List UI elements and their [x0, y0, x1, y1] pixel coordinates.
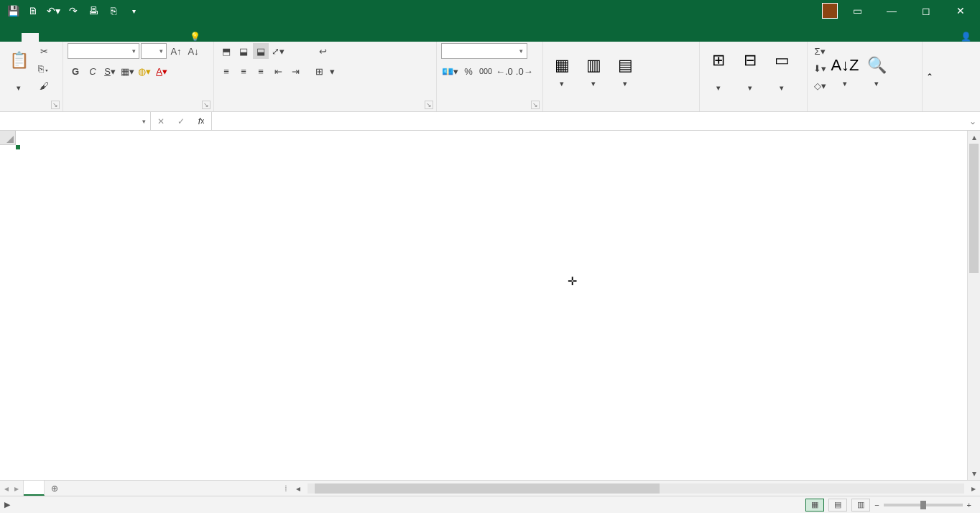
insert-cells-button[interactable]: ⊞▾ [704, 43, 733, 98]
font-size-select[interactable]: ▾ [141, 43, 167, 59]
find-select-button[interactable]: 🔍 ▾ [862, 43, 891, 98]
accounting-format-button[interactable]: 💶▾ [441, 63, 459, 79]
page-break-view-button[interactable]: ▥ [851, 499, 870, 512]
insert-function-button[interactable]: fx [191, 116, 211, 126]
print-preview-button[interactable]: 🖶 [83, 0, 103, 22]
normal-view-button[interactable]: ▦ [805, 499, 824, 512]
comma-format-button[interactable]: 000 [478, 63, 494, 79]
indent-decrease-button[interactable]: ⇤ [270, 63, 286, 79]
align-top-button[interactable]: ⬒ [218, 43, 234, 59]
align-bottom-button[interactable]: ⬓ [253, 43, 269, 59]
tab-home[interactable] [22, 33, 39, 42]
sort-filter-button[interactable]: A↓Z ▾ [831, 43, 859, 98]
sheet-nav[interactable]: ◂▸ [0, 481, 24, 496]
format-painter-button[interactable]: 🖌 [36, 78, 52, 93]
increase-font-button[interactable]: A↑ [168, 43, 184, 59]
tab-file[interactable] [1, 33, 22, 42]
bold-button[interactable]: G [68, 63, 83, 79]
enter-formula-button[interactable]: ✓ [171, 116, 191, 126]
ribbon-display-button[interactable]: ▭ [842, 0, 872, 22]
conditional-format-button[interactable]: ▦ ▾ [547, 43, 576, 98]
table-format-icon: ▥ [582, 54, 605, 77]
zoom-slider[interactable] [884, 504, 963, 506]
minimize-button[interactable]: — [877, 0, 907, 22]
decrease-font-button[interactable]: A↓ [185, 43, 201, 59]
tab-dati[interactable] [91, 33, 108, 42]
maximize-button[interactable]: ◻ [911, 0, 941, 22]
borders-button[interactable]: ▦▾ [119, 63, 135, 79]
percent-format-button[interactable]: % [461, 63, 476, 79]
fill-button[interactable]: ⬇▾ [812, 60, 828, 76]
name-box-dropdown[interactable]: ▾ [142, 118, 146, 125]
collapse-ribbon-button[interactable]: ⌃ [923, 42, 937, 111]
select-all-button[interactable] [0, 131, 16, 145]
macro-record-icon[interactable]: ▶ [4, 500, 10, 509]
hscroll-thumb[interactable] [315, 483, 660, 494]
number-format-select[interactable]: ▾ [441, 43, 527, 59]
share-button[interactable]: 👤 [961, 32, 971, 42]
tab-layout[interactable] [56, 33, 73, 42]
italic-button[interactable]: C [85, 63, 101, 79]
format-as-table-button[interactable]: ▥ ▾ [579, 43, 608, 98]
scroll-down-button[interactable]: ▾ [968, 467, 980, 480]
numeri-launcher[interactable]: ↘ [531, 101, 540, 109]
tab-inserisci[interactable] [39, 33, 56, 42]
tell-me-search[interactable]: 💡 [190, 32, 205, 42]
wrap-text-button[interactable]: ↩ [310, 43, 340, 59]
format-cells-button[interactable]: ▭▾ [767, 43, 796, 98]
expand-formula-bar-button[interactable]: ⌄ [966, 112, 980, 130]
fill-color-button[interactable]: ◍▾ [137, 63, 152, 79]
close-button[interactable]: ✕ [946, 0, 976, 22]
fill-handle[interactable] [16, 145, 20, 149]
scroll-left-button[interactable]: ◂ [292, 483, 305, 494]
vscroll-thumb[interactable] [969, 144, 979, 273]
orientation-button[interactable]: ⤢▾ [270, 43, 286, 59]
horizontal-scrollbar[interactable]: ⁞ ◂ ▸ [65, 481, 980, 496]
align-middle-button[interactable]: ⬓ [236, 43, 251, 59]
scroll-up-button[interactable]: ▴ [968, 131, 980, 144]
vertical-scrollbar[interactable]: ▴ ▾ [967, 131, 980, 480]
cut-button[interactable]: ✂ [36, 43, 52, 59]
clear-button[interactable]: ◇▾ [812, 78, 828, 93]
underline-button[interactable]: S▾ [102, 63, 118, 79]
add-sheet-button[interactable]: ⊕ [45, 481, 65, 496]
increase-decimal-button[interactable]: ←.0 [495, 63, 514, 79]
tab-sviluppo[interactable] [142, 33, 160, 42]
carattere-launcher[interactable]: ↘ [202, 101, 211, 109]
zoom-in-button[interactable]: + [967, 501, 971, 509]
name-box-input[interactable] [4, 116, 119, 126]
decrease-decimal-button[interactable]: .0→ [515, 63, 534, 79]
font-color-button[interactable]: A▾ [154, 63, 170, 79]
align-left-button[interactable]: ≡ [218, 63, 234, 79]
zoom-out-button[interactable]: − [874, 501, 879, 509]
user-avatar-icon[interactable] [822, 3, 838, 19]
indent-increase-button[interactable]: ⇥ [287, 63, 303, 79]
new-button[interactable]: 🗎 [23, 0, 43, 22]
tab-guida[interactable] [160, 33, 177, 42]
scroll-right-button[interactable]: ▸ [967, 483, 980, 494]
redo-button[interactable]: ↷ [63, 0, 83, 22]
page-layout-view-button[interactable]: ▤ [828, 499, 847, 512]
align-right-button[interactable]: ≡ [253, 63, 269, 79]
copy-button[interactable]: ⎘▾ [36, 60, 52, 76]
formula-input[interactable] [218, 116, 960, 126]
name-box[interactable]: ▾ [0, 112, 151, 130]
qat-customize-button[interactable]: ▾ [124, 0, 144, 22]
autosum-button[interactable]: Σ▾ [812, 43, 828, 59]
paste-button[interactable]: 📋 ▾ [4, 43, 33, 98]
align-center-button[interactable]: ≡ [236, 63, 251, 79]
save-button[interactable]: 💾 [3, 0, 23, 22]
undo-button[interactable]: ↶▾ [43, 0, 63, 22]
cell-styles-button[interactable]: ▤ ▾ [611, 43, 639, 98]
tab-formule[interactable] [73, 33, 91, 42]
font-name-select[interactable]: ▾ [68, 43, 139, 59]
appunti-launcher[interactable]: ↘ [51, 101, 60, 109]
merge-center-button[interactable]: ⊞ ▾ [310, 63, 340, 79]
quick-print-button[interactable]: ⎘ [103, 0, 124, 22]
delete-cells-button[interactable]: ⊟▾ [736, 43, 764, 98]
cancel-formula-button[interactable]: ✕ [151, 116, 171, 126]
allineamento-launcher[interactable]: ↘ [425, 101, 433, 109]
tab-revisione[interactable] [108, 33, 125, 42]
tab-visualizza[interactable] [125, 33, 142, 42]
sheet-tab-foglio1[interactable] [24, 481, 45, 496]
